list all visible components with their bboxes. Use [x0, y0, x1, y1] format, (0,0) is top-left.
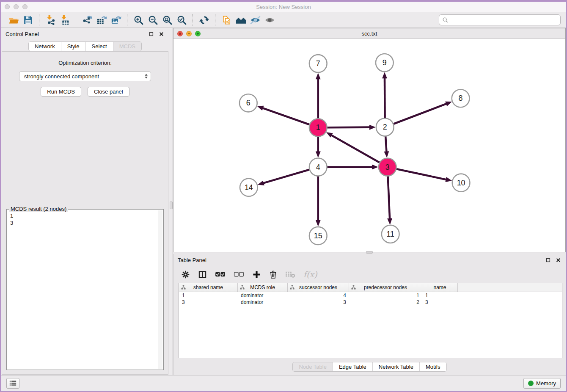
hide-panels-button[interactable] — [248, 14, 262, 26]
export-image-button[interactable] — [109, 14, 123, 26]
edge-3-11[interactable] — [388, 176, 390, 219]
memory-button[interactable]: Memory — [523, 378, 561, 389]
tab-motifs[interactable]: Motifs — [420, 362, 446, 371]
zoom-selected-button[interactable] — [174, 14, 189, 26]
export-table-button[interactable] — [94, 14, 109, 26]
search-box[interactable] — [439, 14, 561, 25]
table-header-row: shared nameMCDS rolesuccessor nodesprede… — [179, 283, 562, 292]
column-label: name — [433, 284, 446, 290]
graph-node-9[interactable]: 9 — [376, 54, 394, 72]
cell-shared-name[interactable]: 1 — [179, 293, 238, 298]
mcds-result-list[interactable]: 13 — [8, 210, 157, 369]
tab-select[interactable]: Select — [86, 42, 113, 51]
graph-node-10[interactable]: 10 — [452, 174, 470, 192]
add-column-icon — [252, 270, 261, 279]
zoom-out-button[interactable] — [146, 14, 160, 26]
column-header-successor-nodes[interactable]: successor nodes — [288, 283, 349, 292]
graph-node-1[interactable]: 1 — [309, 119, 327, 136]
optimization-criterion-select[interactable]: strongly connected component — [19, 71, 151, 81]
float-panel-icon[interactable] — [148, 30, 154, 37]
cell-successor-nodes[interactable]: 4 — [288, 293, 349, 298]
column-header-mcds-role[interactable]: MCDS role — [238, 283, 288, 292]
edge-2-8[interactable] — [393, 104, 447, 124]
cell-mcds-role[interactable]: dominator — [238, 299, 288, 305]
graph-node-2[interactable]: 2 — [376, 118, 394, 136]
column-visibility-button[interactable] — [198, 269, 207, 280]
list-icon — [9, 380, 17, 386]
edge-1-6[interactable] — [262, 108, 310, 125]
graph-node-11[interactable]: 11 — [382, 225, 399, 243]
arrowhead-4-14 — [258, 181, 264, 186]
import-table-button[interactable] — [58, 14, 72, 26]
cell-name[interactable]: 1 — [422, 293, 458, 298]
cell-shared-name[interactable]: 3 — [179, 299, 238, 305]
graph-node-4[interactable]: 4 — [309, 158, 327, 176]
table-row[interactable]: 1dominator411 — [179, 292, 562, 299]
cell-mcds-role[interactable]: dominator — [238, 293, 288, 298]
tab-edge-table[interactable]: Edge Table — [333, 362, 373, 371]
run-mcds-button[interactable]: Run MCDS — [41, 87, 81, 97]
cell-predecessor-nodes[interactable]: 1 — [349, 293, 422, 298]
graph-node-3[interactable]: 3 — [379, 158, 396, 176]
horizontal-splitter[interactable] — [173, 252, 566, 254]
network-canvas[interactable]: 7968124314101511 — [173, 39, 565, 252]
table-panel: Table Panel f(x) shared nameMCDS rolesuc… — [173, 254, 566, 375]
clone-network-button[interactable] — [219, 14, 234, 26]
show-panels-button[interactable] — [262, 14, 277, 26]
add-column-button[interactable] — [252, 269, 261, 280]
network-graph[interactable]: 7968124314101511 — [173, 39, 565, 252]
graph-node-7[interactable]: 7 — [309, 55, 327, 72]
graph-node-15[interactable]: 15 — [309, 227, 327, 245]
result-scrollbar[interactable] — [158, 210, 162, 369]
edge-4-14[interactable] — [263, 169, 310, 183]
edge-2-9[interactable] — [385, 77, 385, 118]
export-network-button[interactable] — [80, 14, 94, 26]
close-panel-button[interactable]: Close panel — [88, 87, 129, 97]
edge-1-2[interactable] — [327, 127, 370, 128]
cell-predecessor-nodes[interactable]: 2 — [349, 299, 422, 305]
deselect-all-button[interactable] — [234, 269, 244, 280]
delete-column-button[interactable] — [269, 269, 277, 280]
tab-mcds[interactable]: MCDS — [113, 42, 141, 51]
column-header-predecessor-nodes[interactable]: predecessor nodes — [349, 283, 422, 292]
search-input[interactable] — [450, 17, 557, 23]
home-button[interactable] — [234, 14, 248, 26]
table-row[interactable]: 3dominator323 — [179, 299, 562, 306]
arrowhead-3-11 — [387, 218, 392, 225]
graph-node-6[interactable]: 6 — [239, 94, 257, 112]
zoom-fit-button[interactable] — [160, 14, 174, 26]
import-network-button[interactable] — [43, 14, 58, 26]
tab-network[interactable]: Network — [29, 42, 61, 51]
vertical-splitter[interactable] — [169, 28, 173, 375]
tab-style[interactable]: Style — [61, 42, 86, 51]
save-session-icon — [23, 15, 33, 25]
splitter-grip[interactable] — [170, 202, 173, 209]
edge-2-3[interactable] — [385, 136, 386, 152]
close-panel-icon[interactable] — [158, 30, 165, 37]
edge-3-1[interactable] — [331, 135, 380, 163]
horizontal-splitter-grip[interactable] — [366, 251, 373, 254]
float-table-panel-icon[interactable] — [545, 257, 551, 263]
arrowhead-4-15 — [316, 220, 321, 226]
cell-successor-nodes[interactable]: 3 — [288, 299, 349, 305]
tab-network-table[interactable]: Network Table — [373, 362, 420, 371]
close-table-panel-icon[interactable] — [555, 257, 561, 263]
table-body: 1dominator4113dominator323 — [179, 292, 562, 306]
column-header-name[interactable]: name — [422, 283, 458, 292]
graph-node-14[interactable]: 14 — [240, 179, 258, 196]
delete-table-icon — [285, 271, 295, 278]
tab-node-table[interactable]: Node Table — [293, 362, 333, 371]
zoom-in-button[interactable] — [131, 14, 146, 26]
task-history-button[interactable] — [6, 378, 19, 389]
refresh-button[interactable] — [197, 14, 211, 26]
graph-node-8[interactable]: 8 — [452, 89, 470, 107]
cell-name[interactable]: 3 — [422, 299, 458, 305]
save-session-button[interactable] — [21, 14, 35, 26]
toolbar-separator — [215, 14, 215, 26]
table-settings-button[interactable] — [181, 269, 190, 280]
show-panels-icon — [264, 15, 275, 25]
edge-3-10[interactable] — [396, 169, 446, 179]
column-header-shared-name[interactable]: shared name — [179, 283, 238, 292]
open-session-button[interactable] — [6, 14, 21, 26]
select-all-button[interactable] — [215, 269, 226, 280]
